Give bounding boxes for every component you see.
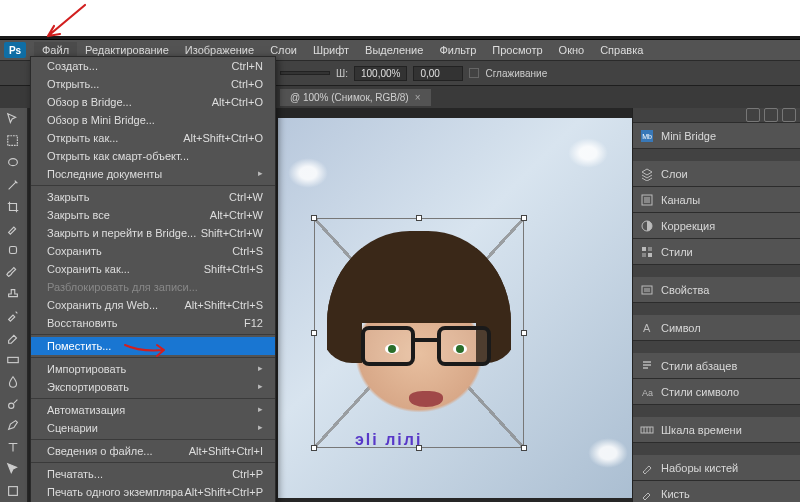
panel-cstr[interactable]: AaСтили символо [633, 379, 800, 405]
options-field-1[interactable] [280, 71, 330, 75]
channels-icon [639, 193, 655, 207]
panel-adjust[interactable]: Коррекция [633, 213, 800, 239]
menu-item-shortcut: Alt+Shift+Ctrl+I [189, 445, 263, 457]
path-tool[interactable] [0, 458, 26, 480]
panel-brush[interactable]: Наборы кистей [633, 455, 800, 481]
blur-tool[interactable] [0, 371, 26, 393]
shape-tool[interactable] [0, 480, 26, 502]
pen-tool[interactable] [0, 414, 26, 436]
width-field[interactable]: 100,00% [354, 66, 407, 81]
move-tool[interactable] [0, 108, 26, 130]
menu-item-shortcut: F12 [244, 317, 263, 329]
menu-item[interactable]: Сохранить как...Shift+Ctrl+S [31, 260, 275, 278]
canvas[interactable]: эli лiлi [278, 118, 632, 498]
menu-item[interactable]: Закрыть всеAlt+Ctrl+W [31, 206, 275, 224]
menu-item-label: Последние документы [47, 168, 162, 180]
panel-para[interactable]: Стили абзацев [633, 353, 800, 379]
menu-item[interactable]: Сценарии [31, 419, 275, 437]
healing-tool[interactable] [0, 239, 26, 261]
menu-item[interactable]: Обзор в Bridge...Alt+Ctrl+O [31, 93, 275, 111]
panel-props[interactable]: Свойства [633, 277, 800, 303]
collapse-icon[interactable] [782, 108, 796, 122]
menu-select[interactable]: Выделение [357, 42, 431, 58]
svg-point-4 [9, 403, 14, 408]
brush-tool[interactable] [0, 261, 26, 283]
panel-label: Каналы [661, 194, 700, 206]
dodge-tool[interactable] [0, 393, 26, 415]
stamp-tool[interactable] [0, 283, 26, 305]
menu-item-label: Автоматизация [47, 404, 125, 416]
panel-mb[interactable]: MbMini Bridge [633, 123, 800, 149]
menu-item[interactable]: Открыть...Ctrl+O [31, 75, 275, 93]
transform-handle[interactable] [311, 215, 317, 221]
placed-image-transform[interactable]: эli лiлi [314, 218, 524, 448]
marquee-tool[interactable] [0, 130, 26, 152]
menu-item[interactable]: Создать...Ctrl+N [31, 57, 275, 75]
wand-tool[interactable] [0, 174, 26, 196]
menu-item[interactable]: ЗакрытьCtrl+W [31, 188, 275, 206]
menu-window[interactable]: Окно [551, 42, 593, 58]
styles-icon [639, 245, 655, 259]
transform-handle[interactable] [521, 330, 527, 336]
transform-handle[interactable] [311, 445, 317, 451]
menu-item[interactable]: Обзор в Mini Bridge... [31, 111, 275, 129]
menu-item-shortcut: Alt+Ctrl+O [212, 96, 263, 108]
menu-item-label: Открыть как... [47, 132, 118, 144]
menu-item[interactable]: Печатать...Ctrl+P [31, 465, 275, 483]
svg-rect-9 [644, 197, 650, 203]
workspace-icon[interactable] [746, 108, 760, 122]
panel-label: Слои [661, 168, 688, 180]
menu-type[interactable]: Шрифт [305, 42, 357, 58]
menu-item-shortcut: Shift+Ctrl+W [201, 227, 263, 239]
crop-tool[interactable] [0, 196, 26, 218]
menu-item[interactable]: Закрыть и перейти в Bridge...Shift+Ctrl+… [31, 224, 275, 242]
menu-item-label: Печать одного экземпляра [47, 486, 183, 498]
document-tab[interactable]: @ 100% (Снимок, RGB/8) × [280, 89, 431, 106]
panel-label: Символ [661, 322, 701, 334]
transform-handle[interactable] [416, 445, 422, 451]
menu-item[interactable]: Печать одного экземпляраAlt+Shift+Ctrl+P [31, 483, 275, 501]
panel-styles[interactable]: Стили [633, 239, 800, 265]
menu-item-label: Восстановить [47, 317, 117, 329]
gradient-tool[interactable] [0, 349, 26, 371]
menu-item[interactable]: Последние документы [31, 165, 275, 183]
menu-item[interactable]: Открыть как смарт-объект... [31, 147, 275, 165]
eraser-tool[interactable] [0, 327, 26, 349]
transform-handle[interactable] [521, 445, 527, 451]
adjust-icon [639, 219, 655, 233]
menu-item-label: Сохранить для Web... [47, 299, 158, 311]
menu-item[interactable]: Сохранить для Web...Alt+Shift+Ctrl+S [31, 296, 275, 314]
menu-view[interactable]: Просмотр [484, 42, 550, 58]
transform-handle[interactable] [416, 215, 422, 221]
smoothing-checkbox[interactable] [469, 68, 479, 78]
panel-char[interactable]: AСимвол [633, 315, 800, 341]
annotation-arrow-place [120, 342, 170, 366]
panel-label: Кисть [661, 488, 690, 500]
panel-label: Свойства [661, 284, 709, 296]
menu-help[interactable]: Справка [592, 42, 651, 58]
svg-rect-2 [10, 247, 17, 254]
panel-brush2[interactable]: Кисть [633, 481, 800, 502]
height-field[interactable]: 0,00 [413, 66, 463, 81]
panel-channels[interactable]: Каналы [633, 187, 800, 213]
history-brush-tool[interactable] [0, 305, 26, 327]
type-tool[interactable] [0, 436, 26, 458]
panel-layers[interactable]: Слои [633, 161, 800, 187]
tab-close-icon[interactable]: × [415, 92, 421, 103]
svg-point-1 [9, 158, 18, 165]
transform-handle[interactable] [311, 330, 317, 336]
svg-rect-3 [8, 357, 19, 362]
menu-item[interactable]: Экспортировать [31, 378, 275, 396]
eyedropper-tool[interactable] [0, 217, 26, 239]
menu-item[interactable]: Сведения о файле...Alt+Shift+Ctrl+I [31, 442, 275, 460]
svg-rect-0 [8, 136, 18, 146]
menu-item[interactable]: Автоматизация [31, 401, 275, 419]
menu-filter[interactable]: Фильтр [431, 42, 484, 58]
settings-icon[interactable] [764, 108, 778, 122]
menu-item[interactable]: ВосстановитьF12 [31, 314, 275, 332]
menu-item[interactable]: СохранитьCtrl+S [31, 242, 275, 260]
lasso-tool[interactable] [0, 152, 26, 174]
menu-item[interactable]: Открыть как...Alt+Shift+Ctrl+O [31, 129, 275, 147]
transform-handle[interactable] [521, 215, 527, 221]
panel-time[interactable]: Шкала времени [633, 417, 800, 443]
